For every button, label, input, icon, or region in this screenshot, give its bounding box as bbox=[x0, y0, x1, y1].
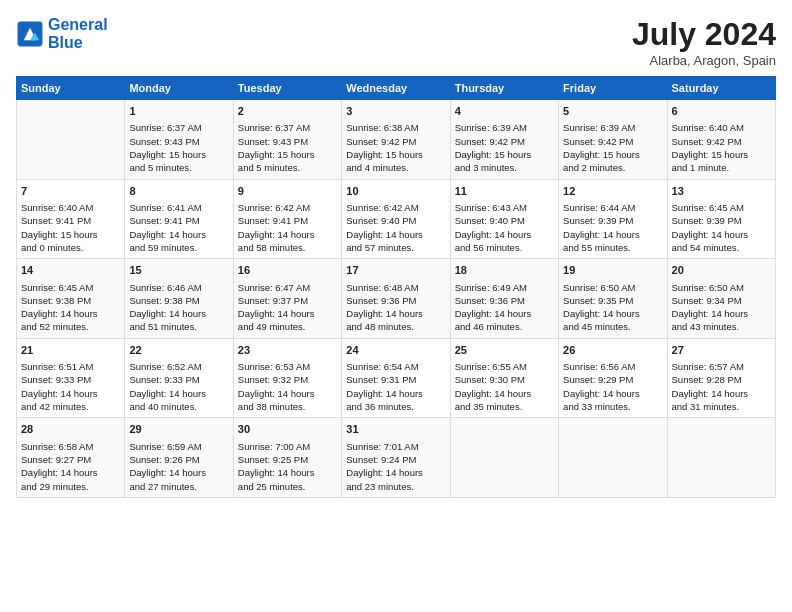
calendar-body: 1Sunrise: 6:37 AM Sunset: 9:43 PM Daylig… bbox=[17, 100, 776, 498]
day-info: Sunrise: 6:59 AM Sunset: 9:26 PM Dayligh… bbox=[129, 440, 228, 493]
week-row-4: 28Sunrise: 6:58 AM Sunset: 9:27 PM Dayli… bbox=[17, 418, 776, 498]
day-info: Sunrise: 6:37 AM Sunset: 9:43 PM Dayligh… bbox=[129, 121, 228, 174]
day-cell: 25Sunrise: 6:55 AM Sunset: 9:30 PM Dayli… bbox=[450, 338, 558, 418]
day-cell: 11Sunrise: 6:43 AM Sunset: 9:40 PM Dayli… bbox=[450, 179, 558, 259]
day-number: 4 bbox=[455, 104, 554, 119]
day-info: Sunrise: 6:50 AM Sunset: 9:35 PM Dayligh… bbox=[563, 281, 662, 334]
day-number: 31 bbox=[346, 422, 445, 437]
day-number: 1 bbox=[129, 104, 228, 119]
day-info: Sunrise: 6:37 AM Sunset: 9:43 PM Dayligh… bbox=[238, 121, 337, 174]
day-number: 25 bbox=[455, 343, 554, 358]
day-info: Sunrise: 6:39 AM Sunset: 9:42 PM Dayligh… bbox=[563, 121, 662, 174]
day-info: Sunrise: 6:50 AM Sunset: 9:34 PM Dayligh… bbox=[672, 281, 771, 334]
day-info: Sunrise: 6:41 AM Sunset: 9:41 PM Dayligh… bbox=[129, 201, 228, 254]
day-number: 3 bbox=[346, 104, 445, 119]
day-cell: 29Sunrise: 6:59 AM Sunset: 9:26 PM Dayli… bbox=[125, 418, 233, 498]
day-cell: 27Sunrise: 6:57 AM Sunset: 9:28 PM Dayli… bbox=[667, 338, 775, 418]
day-number: 5 bbox=[563, 104, 662, 119]
logo: General Blue bbox=[16, 16, 108, 51]
day-cell: 20Sunrise: 6:50 AM Sunset: 9:34 PM Dayli… bbox=[667, 259, 775, 339]
day-cell: 18Sunrise: 6:49 AM Sunset: 9:36 PM Dayli… bbox=[450, 259, 558, 339]
day-number: 28 bbox=[21, 422, 120, 437]
day-number: 24 bbox=[346, 343, 445, 358]
day-number: 12 bbox=[563, 184, 662, 199]
header-wednesday: Wednesday bbox=[342, 77, 450, 100]
day-info: Sunrise: 6:42 AM Sunset: 9:40 PM Dayligh… bbox=[346, 201, 445, 254]
calendar-title: July 2024 bbox=[632, 16, 776, 53]
week-row-0: 1Sunrise: 6:37 AM Sunset: 9:43 PM Daylig… bbox=[17, 100, 776, 180]
day-cell: 7Sunrise: 6:40 AM Sunset: 9:41 PM Daylig… bbox=[17, 179, 125, 259]
calendar-page: General Blue July 2024 Alarba, Aragon, S… bbox=[0, 0, 792, 612]
day-number: 26 bbox=[563, 343, 662, 358]
day-cell: 22Sunrise: 6:52 AM Sunset: 9:33 PM Dayli… bbox=[125, 338, 233, 418]
calendar-header: Sunday Monday Tuesday Wednesday Thursday… bbox=[17, 77, 776, 100]
day-cell: 14Sunrise: 6:45 AM Sunset: 9:38 PM Dayli… bbox=[17, 259, 125, 339]
day-number: 14 bbox=[21, 263, 120, 278]
day-number: 10 bbox=[346, 184, 445, 199]
day-cell: 30Sunrise: 7:00 AM Sunset: 9:25 PM Dayli… bbox=[233, 418, 341, 498]
day-cell: 23Sunrise: 6:53 AM Sunset: 9:32 PM Dayli… bbox=[233, 338, 341, 418]
day-info: Sunrise: 6:49 AM Sunset: 9:36 PM Dayligh… bbox=[455, 281, 554, 334]
logo-text: General Blue bbox=[48, 16, 108, 51]
day-info: Sunrise: 6:58 AM Sunset: 9:27 PM Dayligh… bbox=[21, 440, 120, 493]
day-cell: 15Sunrise: 6:46 AM Sunset: 9:38 PM Dayli… bbox=[125, 259, 233, 339]
logo-icon bbox=[16, 20, 44, 48]
day-number: 15 bbox=[129, 263, 228, 278]
logo-blue: Blue bbox=[48, 34, 108, 52]
day-number: 23 bbox=[238, 343, 337, 358]
day-info: Sunrise: 6:46 AM Sunset: 9:38 PM Dayligh… bbox=[129, 281, 228, 334]
day-info: Sunrise: 6:45 AM Sunset: 9:38 PM Dayligh… bbox=[21, 281, 120, 334]
day-info: Sunrise: 6:40 AM Sunset: 9:42 PM Dayligh… bbox=[672, 121, 771, 174]
day-info: Sunrise: 6:52 AM Sunset: 9:33 PM Dayligh… bbox=[129, 360, 228, 413]
day-info: Sunrise: 6:43 AM Sunset: 9:40 PM Dayligh… bbox=[455, 201, 554, 254]
day-cell: 9Sunrise: 6:42 AM Sunset: 9:41 PM Daylig… bbox=[233, 179, 341, 259]
day-info: Sunrise: 7:01 AM Sunset: 9:24 PM Dayligh… bbox=[346, 440, 445, 493]
day-info: Sunrise: 6:40 AM Sunset: 9:41 PM Dayligh… bbox=[21, 201, 120, 254]
day-cell bbox=[667, 418, 775, 498]
day-number: 8 bbox=[129, 184, 228, 199]
header-saturday: Saturday bbox=[667, 77, 775, 100]
day-cell: 16Sunrise: 6:47 AM Sunset: 9:37 PM Dayli… bbox=[233, 259, 341, 339]
day-info: Sunrise: 6:56 AM Sunset: 9:29 PM Dayligh… bbox=[563, 360, 662, 413]
day-info: Sunrise: 6:47 AM Sunset: 9:37 PM Dayligh… bbox=[238, 281, 337, 334]
day-info: Sunrise: 6:53 AM Sunset: 9:32 PM Dayligh… bbox=[238, 360, 337, 413]
day-number: 30 bbox=[238, 422, 337, 437]
header-friday: Friday bbox=[559, 77, 667, 100]
day-info: Sunrise: 6:39 AM Sunset: 9:42 PM Dayligh… bbox=[455, 121, 554, 174]
header: General Blue July 2024 Alarba, Aragon, S… bbox=[16, 16, 776, 68]
day-cell: 4Sunrise: 6:39 AM Sunset: 9:42 PM Daylig… bbox=[450, 100, 558, 180]
day-cell: 6Sunrise: 6:40 AM Sunset: 9:42 PM Daylig… bbox=[667, 100, 775, 180]
day-number: 11 bbox=[455, 184, 554, 199]
day-cell: 10Sunrise: 6:42 AM Sunset: 9:40 PM Dayli… bbox=[342, 179, 450, 259]
day-info: Sunrise: 6:55 AM Sunset: 9:30 PM Dayligh… bbox=[455, 360, 554, 413]
day-number: 2 bbox=[238, 104, 337, 119]
day-cell: 2Sunrise: 6:37 AM Sunset: 9:43 PM Daylig… bbox=[233, 100, 341, 180]
day-number: 29 bbox=[129, 422, 228, 437]
day-cell: 1Sunrise: 6:37 AM Sunset: 9:43 PM Daylig… bbox=[125, 100, 233, 180]
day-number: 7 bbox=[21, 184, 120, 199]
day-number: 17 bbox=[346, 263, 445, 278]
day-cell: 8Sunrise: 6:41 AM Sunset: 9:41 PM Daylig… bbox=[125, 179, 233, 259]
header-row: Sunday Monday Tuesday Wednesday Thursday… bbox=[17, 77, 776, 100]
day-cell: 24Sunrise: 6:54 AM Sunset: 9:31 PM Dayli… bbox=[342, 338, 450, 418]
day-info: Sunrise: 6:45 AM Sunset: 9:39 PM Dayligh… bbox=[672, 201, 771, 254]
day-number: 6 bbox=[672, 104, 771, 119]
day-cell: 21Sunrise: 6:51 AM Sunset: 9:33 PM Dayli… bbox=[17, 338, 125, 418]
day-cell: 13Sunrise: 6:45 AM Sunset: 9:39 PM Dayli… bbox=[667, 179, 775, 259]
day-cell: 5Sunrise: 6:39 AM Sunset: 9:42 PM Daylig… bbox=[559, 100, 667, 180]
week-row-2: 14Sunrise: 6:45 AM Sunset: 9:38 PM Dayli… bbox=[17, 259, 776, 339]
title-block: July 2024 Alarba, Aragon, Spain bbox=[632, 16, 776, 68]
header-monday: Monday bbox=[125, 77, 233, 100]
day-info: Sunrise: 6:44 AM Sunset: 9:39 PM Dayligh… bbox=[563, 201, 662, 254]
day-info: Sunrise: 6:38 AM Sunset: 9:42 PM Dayligh… bbox=[346, 121, 445, 174]
day-cell: 26Sunrise: 6:56 AM Sunset: 9:29 PM Dayli… bbox=[559, 338, 667, 418]
day-cell: 28Sunrise: 6:58 AM Sunset: 9:27 PM Dayli… bbox=[17, 418, 125, 498]
header-thursday: Thursday bbox=[450, 77, 558, 100]
day-number: 13 bbox=[672, 184, 771, 199]
day-info: Sunrise: 6:51 AM Sunset: 9:33 PM Dayligh… bbox=[21, 360, 120, 413]
day-number: 22 bbox=[129, 343, 228, 358]
day-number: 18 bbox=[455, 263, 554, 278]
day-info: Sunrise: 6:54 AM Sunset: 9:31 PM Dayligh… bbox=[346, 360, 445, 413]
day-number: 21 bbox=[21, 343, 120, 358]
week-row-3: 21Sunrise: 6:51 AM Sunset: 9:33 PM Dayli… bbox=[17, 338, 776, 418]
